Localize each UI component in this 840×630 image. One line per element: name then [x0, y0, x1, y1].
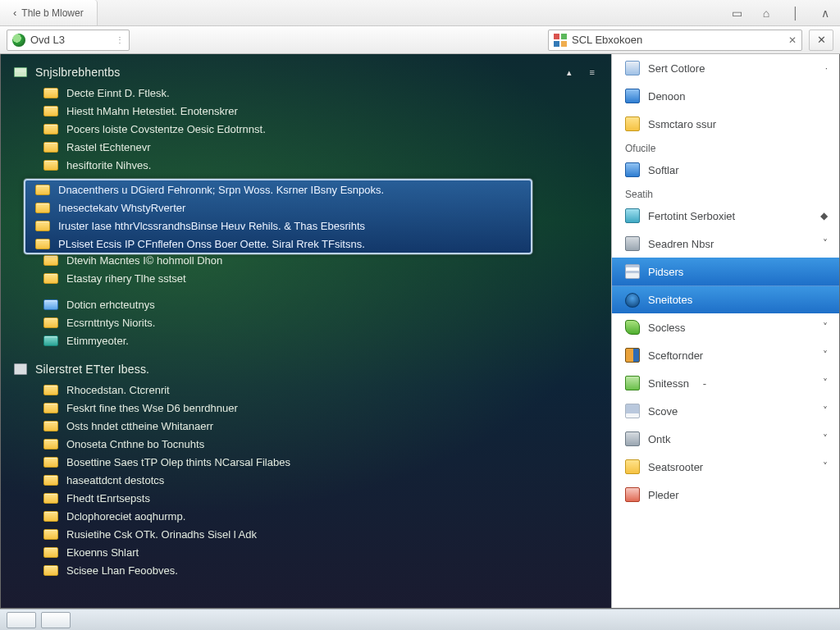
dash-icon: -	[697, 377, 712, 390]
section-icon	[14, 363, 27, 375]
search-box[interactable]: SCL Ebxokoen ✕	[548, 30, 802, 51]
address-text: Ovd L3	[30, 34, 65, 46]
lines-icon	[625, 404, 640, 418]
window-tab[interactable]: ‹ Thle b Mlower	[0, 0, 98, 25]
chevron-down-icon[interactable]: ˅	[823, 322, 828, 333]
list-item[interactable]: Rastel tEchtenevr	[14, 138, 595, 156]
list-item[interactable]: Rhocedstan. Ctcrenrit	[14, 381, 595, 399]
chevron-icon: ·	[825, 62, 828, 74]
list-item[interactable]: Osts hndet cttheine Whitanaerr	[14, 417, 595, 435]
puzzle-icon	[625, 376, 640, 390]
side-heading: Seatih	[612, 184, 839, 202]
server-icon	[625, 208, 640, 223]
list-item[interactable]: Hiestt hMahn Hetestiet. Enotenskrer	[14, 102, 595, 120]
side-item[interactable]: Softlar	[612, 156, 839, 184]
side-item[interactable]: Ssmctaro ssur	[612, 110, 839, 138]
list-item[interactable]: Onoseta Cnthne bo Tocnuhts	[14, 435, 595, 453]
address-box[interactable]: Ovd L3 ⋮	[7, 30, 130, 51]
section-icon	[14, 67, 27, 77]
tab-title: Thle b Mlower	[21, 7, 83, 19]
tab-bar: ‹ Thle b Mlower ▭ ⌂ │ ∧	[0, 0, 840, 26]
page-icon	[625, 89, 640, 103]
chevron-down-icon[interactable]: ˅	[823, 377, 828, 389]
taskbar-button[interactable]	[41, 612, 71, 628]
side-item[interactable]: Socless ˅	[612, 313, 839, 341]
list-item-selected[interactable]: Iruster Iase hthrVlcssrandhsBinse Heuv R…	[25, 217, 531, 235]
list-item[interactable]: Bosettine Saes tTP Olep thints NCarsal F…	[14, 453, 595, 471]
search-clear-icon[interactable]: ✕	[788, 34, 797, 46]
back-icon[interactable]: ‹	[13, 7, 16, 19]
close-button[interactable]: ✕	[809, 30, 833, 51]
list-item[interactable]: Etastay rihery Tlhe sstset	[14, 269, 595, 287]
chevron-down-icon[interactable]: ˅	[823, 238, 828, 249]
shield-icon	[625, 293, 640, 308]
window-lock-icon[interactable]: ⌂	[751, 0, 781, 25]
list-item[interactable]: Decte Einnt D. Ftlesk.	[14, 84, 595, 102]
window-min-icon[interactable]: ▭	[722, 0, 751, 25]
side-item[interactable]: Seadren Nbsr ˅	[612, 230, 839, 258]
section2-title: Silerstret ETter Ibess.	[35, 363, 149, 376]
chevron-down-icon[interactable]: ˅	[823, 433, 828, 445]
address-history-icon[interactable]: ⋮	[116, 35, 124, 44]
chevron-down-icon[interactable]: ˅	[823, 349, 828, 361]
folder-icon	[625, 459, 640, 474]
list-view-icon[interactable]: ≡	[590, 67, 595, 78]
side-item-selected[interactable]: Pidsers	[612, 258, 839, 285]
side-heading: Ofucile	[612, 138, 839, 156]
list-item[interactable]: Dclophoreciet aoqhurmp.	[14, 507, 595, 525]
list-item[interactable]: hesiftorite Nihves.	[14, 156, 595, 174]
chevron-down-icon[interactable]: ˅	[823, 461, 828, 472]
list-item[interactable]: Doticn erhcteutnys	[14, 295, 595, 313]
list-item[interactable]: Feskrt fine thes Wse D6 benrdhnuer	[14, 399, 595, 417]
address-bar: Ovd L3 ⋮ SCL Ebxokoen ✕ ✕	[0, 26, 840, 54]
page-icon	[625, 61, 640, 75]
side-item[interactable]: Snitessn - ˅	[612, 369, 839, 397]
taskbar	[0, 609, 840, 630]
diamond-icon: ◆	[820, 210, 828, 221]
selection-box: Dnacenthers u DGierd Fehronnk; Srpn Woss…	[24, 179, 532, 254]
list-item[interactable]: Pocers loiste Covstentze Oesic Edotrnnst…	[14, 120, 595, 138]
side-item[interactable]: Fertotint Serboxiet ◆	[612, 202, 839, 230]
window-misc-icon[interactable]: ∧	[810, 0, 840, 25]
leaf-icon	[625, 320, 640, 335]
side-item[interactable]: Ontk ˅	[612, 425, 839, 453]
section1-header[interactable]: Snjslbrebhentbs ▴ ≡	[14, 66, 595, 79]
section1-title: Snjslbrebhentbs	[35, 66, 120, 79]
side-item[interactable]: Denoon	[612, 82, 839, 110]
taskbar-button[interactable]	[7, 612, 36, 628]
workspace: Snjslbrebhentbs ▴ ≡ Decte Einnt D. Ftles…	[0, 54, 840, 609]
book-icon	[625, 348, 640, 363]
monitor-icon	[625, 236, 640, 251]
list-item[interactable]: Ekoenns Shlart	[14, 543, 595, 561]
list-item[interactable]: Ecsrnttntys Niorits.	[14, 313, 595, 331]
list-item[interactable]: Fhedt tEnrtsepsts	[14, 489, 595, 507]
list-item[interactable]: Rusietihe Csk OTk. Orinadhs Sisel l Adk	[14, 525, 595, 543]
side-item[interactable]: Scove ˅	[612, 397, 839, 425]
main-pane: Snjslbrebhentbs ▴ ≡ Decte Einnt D. Ftles…	[1, 54, 611, 608]
chevron-down-icon[interactable]: ˅	[823, 405, 828, 417]
side-item[interactable]: Sceftornder ˅	[612, 341, 839, 369]
side-panel: Sert Cotlore · Denoon Ssmctaro ssur Ofuc…	[611, 54, 839, 608]
section2-header[interactable]: Silerstret ETter Ibess.	[14, 363, 595, 376]
list-item[interactable]: Etimmyeoter.	[14, 331, 595, 349]
globe-icon	[12, 34, 25, 47]
disk-icon	[625, 431, 640, 446]
page-icon	[625, 487, 640, 502]
list-item[interactable]: Scisee Lhan Feoobves.	[14, 561, 595, 579]
list-item-selected[interactable]: PLsiset Ecsis IP CFnflefen Onss Boer Oet…	[25, 235, 531, 253]
side-item[interactable]: Pleder	[612, 481, 839, 509]
side-item[interactable]: Seatsrooter ˅	[612, 453, 839, 481]
side-item[interactable]: Sert Cotlore ·	[612, 54, 839, 82]
list-item-selected[interactable]: Inesectekatv WhstyRverter	[25, 199, 531, 217]
list-icon	[625, 264, 640, 279]
list-item-selected[interactable]: Dnacenthers u DGierd Fehronnk; Srpn Woss…	[25, 180, 531, 199]
search-text: SCL Ebxokoen	[572, 34, 642, 46]
list-item[interactable]: haseattdcnt destotcs	[14, 471, 595, 489]
side-item-selected[interactable]: Sneitotes	[612, 285, 839, 313]
collapse-icon[interactable]: ▴	[567, 67, 572, 78]
folder-icon	[625, 116, 640, 131]
folder-icon	[625, 162, 640, 177]
window-divider-icon: │	[781, 0, 810, 25]
search-provider-icon	[554, 34, 567, 47]
